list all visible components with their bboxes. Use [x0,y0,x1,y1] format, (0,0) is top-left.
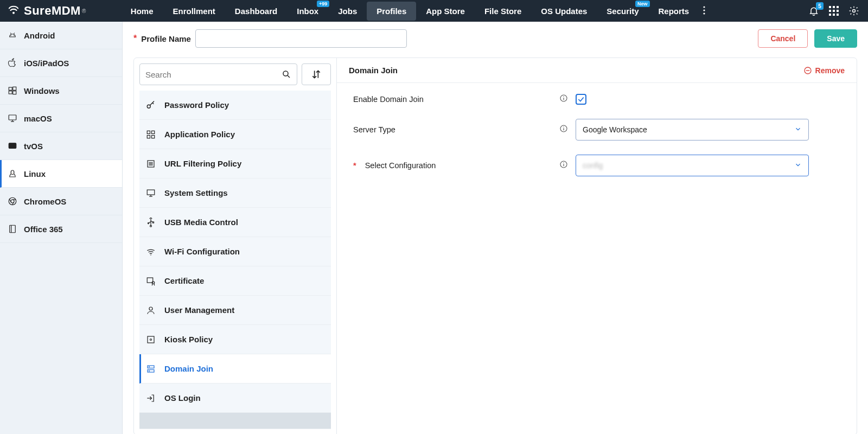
policy-certificate[interactable]: Certificate [139,266,331,296]
sidebar-item-tvos[interactable]: tvOS [0,132,122,160]
svg-rect-9 [837,10,839,12]
svg-line-17 [14,33,15,34]
sort-button[interactable] [302,63,331,85]
nav-profiles[interactable]: Profiles [367,2,416,21]
info-icon [559,94,568,103]
nav-filestore[interactable]: File Store [475,2,531,21]
server-type-select[interactable]: Google Workspace [576,119,809,141]
sidebar-item-label: tvOS [24,142,43,151]
svg-point-1 [704,6,705,8]
save-button[interactable]: Save [814,29,857,48]
nav-inbox[interactable]: Inbox+99 [287,2,328,21]
nav-enrollment[interactable]: Enrollment [163,2,225,21]
sidebar-item-macos[interactable]: macOS [0,105,122,132]
svg-point-27 [11,171,12,172]
bell-count: 5 [816,2,824,10]
svg-rect-45 [147,135,150,138]
notifications-button[interactable]: 5 [808,5,819,16]
tv-icon [8,141,17,151]
linux-icon [8,169,17,178]
select-config-label: * Select Configuration [353,161,559,170]
nav-dashboard[interactable]: Dashboard [225,2,287,21]
sidebar-item-linux[interactable]: Linux [0,160,122,188]
nav-osupdates[interactable]: OS Updates [531,2,597,21]
svg-point-40 [147,105,150,108]
policy-search[interactable] [139,63,297,85]
svg-rect-19 [13,87,16,90]
policy-system[interactable]: System Settings [139,178,331,208]
info-selectconfig[interactable] [559,160,568,171]
chevron-down-icon [794,161,802,169]
svg-rect-18 [9,87,12,90]
svg-rect-7 [829,10,831,12]
sort-icon [311,69,322,80]
sidebar-item-label: Linux [24,169,46,178]
policy-label: Wi-Fi Configuration [164,247,240,256]
policy-oslogin[interactable]: OS Login [139,384,331,413]
login-icon [146,393,156,403]
nav-reports[interactable]: Reports [649,2,699,21]
nav-more[interactable] [699,1,710,21]
policy-usermgmt[interactable]: User Management [139,296,331,325]
apps-grid-button[interactable] [829,6,839,16]
policy-label: URL Filtering Policy [164,159,241,168]
svg-rect-66 [148,336,154,343]
info-icon [559,160,568,169]
enable-checkbox[interactable] [576,94,586,105]
profile-name-input[interactable] [195,29,407,48]
policy-password[interactable]: Password Policy [139,91,331,120]
svg-point-65 [149,307,152,310]
list-icon [146,159,156,169]
profile-panel: Password Policy Application Policy URL F… [133,58,857,434]
info-servertype[interactable] [559,124,568,135]
usb-icon [146,218,156,227]
sidebar-item-android[interactable]: Android [0,22,122,49]
sidebar-item-chromeos[interactable]: ChromeOS [0,188,122,215]
remove-button[interactable]: Remove [803,66,845,75]
nav-appstore[interactable]: App Store [416,2,475,21]
sidebar-item-label: iOS/iPadOS [24,59,69,68]
policy-application[interactable]: Application Policy [139,120,331,149]
svg-rect-69 [148,369,154,372]
policy-urlfilter[interactable]: URL Filtering Policy [139,149,331,178]
sidebar-item-label: Office 365 [24,225,63,234]
apple-icon [8,58,17,68]
sidebar-item-ios[interactable]: iOS/iPadOS [0,49,122,77]
nav-jobs[interactable]: Jobs [328,2,367,21]
wifi-icon [146,247,156,257]
nav-right-icons: 5 [808,5,863,16]
policy-search-input[interactable] [145,70,282,79]
svg-line-37 [288,75,290,78]
sidebar-item-office365[interactable]: Office 365 [0,215,122,243]
more-vertical-icon [703,6,705,15]
policy-wifi[interactable]: Wi-Fi Configuration [139,237,331,266]
svg-line-63 [152,284,152,285]
office-icon [8,224,17,234]
cancel-button[interactable]: Cancel [758,29,808,48]
sidebar-item-label: Windows [24,86,60,95]
svg-rect-12 [837,14,839,16]
svg-line-42 [152,103,154,104]
sidebar-item-label: macOS [24,114,52,123]
policy-label: USB Media Control [164,218,238,227]
remove-label: Remove [815,66,845,75]
policy-domainjoin[interactable]: Domain Join [139,354,331,384]
policy-usb[interactable]: USB Media Control [139,208,331,237]
required-star: * [353,161,356,170]
select-config-dropdown[interactable]: config [576,155,809,176]
svg-line-41 [150,101,155,105]
policy-kiosk[interactable]: Kiosk Policy [139,325,331,354]
svg-rect-22 [9,115,16,120]
info-enable[interactable] [559,94,568,105]
detail-title: Domain Join [349,66,398,75]
settings-button[interactable] [848,5,859,16]
server-icon [146,364,156,374]
svg-point-0 [12,12,15,14]
nav-home[interactable]: Home [121,2,163,21]
gear-icon [848,5,859,16]
sidebar-item-windows[interactable]: Windows [0,77,122,105]
content-area: * Profile Name Cancel Save [123,22,868,434]
sidebar-item-label: Android [24,31,55,40]
policy-label: System Settings [164,188,228,197]
nav-security[interactable]: SecurityNew [597,2,648,21]
